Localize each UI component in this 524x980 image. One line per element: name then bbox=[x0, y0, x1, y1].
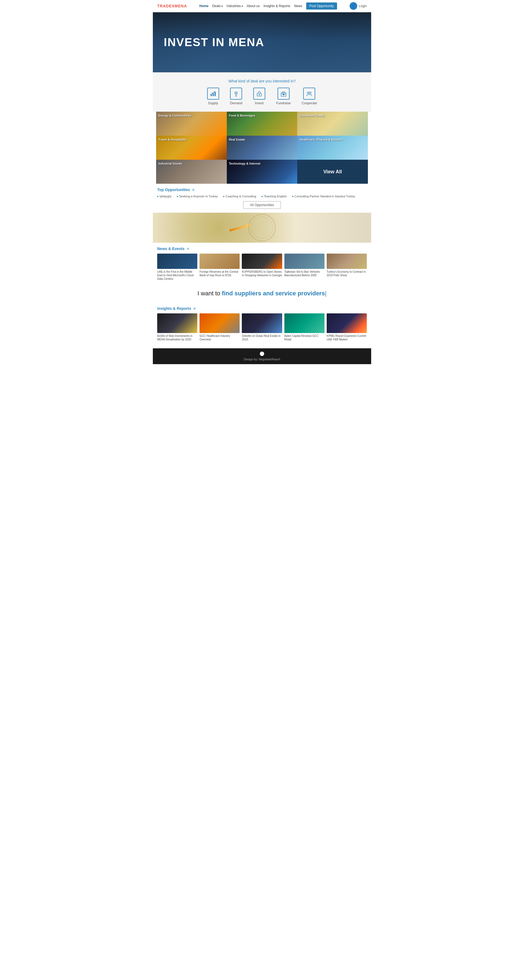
insight-card-0[interactable]: $100b of New Investments in MENA Desalin… bbox=[157, 313, 197, 341]
svg-rect-14 bbox=[283, 94, 284, 95]
opp-item-2[interactable]: Coaching & Consulting bbox=[223, 195, 256, 198]
news-img-4 bbox=[327, 254, 367, 269]
industry-consumer[interactable]: Consumer Goods bbox=[297, 111, 368, 136]
compass-visual bbox=[153, 213, 371, 243]
invest-label: Invest bbox=[255, 101, 264, 105]
nav-industries[interactable]: Industries bbox=[227, 4, 243, 8]
main-nav: Home Deals Industries About us Insights … bbox=[199, 2, 337, 10]
opp-item-1-label: Seeking a financier in Turkey bbox=[179, 195, 218, 198]
healthcare-label: Healthcare, Pharma & Biotech bbox=[299, 138, 342, 141]
opp-item-0[interactable]: kjhkjughj bbox=[157, 195, 171, 198]
insight-card-4[interactable]: KPMG Report Examines Current UAE F&B Mar… bbox=[327, 313, 367, 341]
nav-about[interactable]: About us bbox=[247, 4, 260, 8]
news-card-3[interactable]: Tajikistan Set to Ban Vehicles Manufactu… bbox=[284, 254, 324, 281]
opp-item-3[interactable]: Teaching English bbox=[262, 195, 287, 198]
insights-menu-icon: ≡ bbox=[193, 306, 195, 311]
insights-title: Insights & Reports bbox=[157, 306, 191, 311]
news-img-3 bbox=[284, 254, 324, 269]
fundraise-label: Fundraise bbox=[276, 101, 291, 105]
news-card-0[interactable]: UAE is the First in the Middle East to H… bbox=[157, 254, 197, 281]
realestate-label: Real Estate bbox=[229, 138, 245, 141]
svg-rect-2 bbox=[214, 92, 216, 96]
deal-type-supply[interactable]: Supply bbox=[207, 88, 219, 105]
news-img-1 bbox=[200, 254, 240, 269]
cooperate-label: Cooperate bbox=[302, 101, 317, 105]
insight-img-1 bbox=[200, 313, 240, 333]
opportunities-title-row: Top Opportunities ≡ bbox=[157, 188, 367, 192]
insights-cards-list: $100b of New Investments in MENA Desalin… bbox=[157, 313, 367, 341]
insight-img-4 bbox=[327, 313, 367, 333]
opportunities-title: Top Opportunities bbox=[157, 188, 190, 192]
industries-grid: Energy & Commodities Food & Beverages Co… bbox=[156, 111, 368, 184]
deal-type-demand[interactable]: Demand bbox=[230, 88, 242, 105]
news-title-row: News & Events ≡ bbox=[157, 247, 367, 251]
news-text-4: Turkey's Economy to Contract in 2019 Pol… bbox=[327, 270, 367, 277]
insight-text-1: GCC Healthcare Industry Overview bbox=[200, 334, 240, 341]
news-card-1[interactable]: Foreign Reserves at the Central Bank of … bbox=[200, 254, 240, 281]
svg-point-16 bbox=[310, 92, 311, 94]
opp-item-4[interactable]: Consulting Partner Needed in Istanbul Tu… bbox=[292, 195, 355, 198]
post-opportunity-button[interactable]: Post Opportunity bbox=[306, 2, 337, 10]
all-opportunities-button[interactable]: All Opportunities bbox=[243, 201, 281, 209]
industrial-label: Industrial Goods bbox=[158, 162, 182, 165]
industry-tech[interactable]: Technology & Internet bbox=[227, 160, 297, 184]
insight-img-3 bbox=[284, 313, 324, 333]
industry-realestate[interactable]: Real Estate bbox=[227, 136, 297, 160]
industry-travel[interactable]: Travel & Hospitality bbox=[156, 136, 227, 160]
industry-healthcare[interactable]: Healthcare, Pharma & Biotech bbox=[297, 136, 368, 160]
nav-deals[interactable]: Deals bbox=[212, 4, 223, 8]
supply-icon bbox=[207, 88, 219, 100]
news-card-2[interactable]: KUPPERSBERG to Open Stores in Shopping N… bbox=[242, 254, 282, 281]
news-card-4[interactable]: Turkey's Economy to Contract in 2019 Pol… bbox=[327, 254, 367, 281]
insight-text-3: Aplen Capital Reviews GCC Retail bbox=[284, 334, 324, 341]
news-img-0 bbox=[157, 254, 197, 269]
insight-text-2: Deloitte on Dubai Real Estate in 2019. bbox=[242, 334, 282, 341]
nav-home[interactable]: Home bbox=[199, 4, 208, 8]
insight-card-1[interactable]: GCC Healthcare Industry Overview bbox=[200, 313, 240, 341]
news-text-1: Foreign Reserves at the Central Bank of … bbox=[200, 270, 240, 277]
industry-industrial[interactable]: Industrial Goods bbox=[156, 160, 227, 184]
deal-type-cooperate[interactable]: Cooperate bbox=[302, 88, 317, 105]
insight-card-3[interactable]: Aplen Capital Reviews GCC Retail bbox=[284, 313, 324, 341]
insight-card-2[interactable]: Deloitte on Dubai Real Estate in 2019. bbox=[242, 313, 282, 341]
supply-label: Supply bbox=[208, 101, 218, 105]
insights-title-row: Insights & Reports ≡ bbox=[157, 306, 367, 311]
nav-news[interactable]: News bbox=[294, 4, 302, 8]
view-all-card[interactable]: View All bbox=[297, 160, 368, 184]
svg-point-15 bbox=[307, 92, 309, 94]
industry-food[interactable]: Food & Beverages bbox=[227, 111, 297, 136]
industry-energy[interactable]: Energy & Commodities bbox=[156, 111, 227, 136]
compass-inner-circle bbox=[251, 217, 273, 239]
iwantto-section: I want to find suppliers and service pro… bbox=[153, 285, 371, 302]
svg-point-11 bbox=[259, 94, 260, 95]
user-avatar-icon: 👤 bbox=[349, 2, 357, 10]
svg-point-5 bbox=[214, 91, 215, 92]
consumer-label: Consumer Goods bbox=[299, 114, 324, 117]
footer: Design by: NegotiateReach bbox=[153, 348, 371, 364]
news-img-2 bbox=[242, 254, 282, 269]
opp-item-2-label: Coaching & Consulting bbox=[226, 195, 256, 198]
deal-types-list: Supply Demand Invest bbox=[157, 88, 367, 105]
news-cards-list: UAE is the First in the Middle East to H… bbox=[157, 254, 367, 281]
opp-item-1[interactable]: Seeking a financier in Turkey bbox=[177, 195, 218, 198]
news-title: News & Events bbox=[157, 247, 184, 251]
opp-item-0-label: kjhkjughj bbox=[160, 195, 171, 198]
cooperate-icon bbox=[303, 88, 315, 100]
nav-insights[interactable]: Insights & Reports bbox=[264, 4, 290, 8]
login-area: 👤 Login bbox=[349, 2, 367, 10]
iwantto-cursor: | bbox=[325, 290, 327, 297]
svg-point-3 bbox=[210, 94, 211, 95]
tech-label: Technology & Internet bbox=[229, 162, 260, 165]
deal-type-invest[interactable]: Invest bbox=[253, 88, 265, 105]
food-label: Food & Beverages bbox=[229, 114, 256, 117]
insight-text-4: KPMG Report Examines Current UAE F&B Mar… bbox=[327, 334, 367, 341]
iwantto-prefix: I want to bbox=[198, 290, 222, 297]
deal-type-fundraise[interactable]: Fundraise bbox=[276, 88, 291, 105]
insight-text-0: $100b of New Investments in MENA Desalin… bbox=[157, 334, 197, 341]
footer-credit: Design by: NegotiateReach bbox=[244, 358, 280, 361]
news-section: News & Events ≡ UAE is the First in the … bbox=[153, 243, 371, 285]
hero-banner: INVEST IN MENA bbox=[153, 12, 371, 72]
compass-arrow bbox=[229, 222, 251, 233]
compass-banner bbox=[153, 213, 371, 243]
login-label[interactable]: Login bbox=[359, 4, 367, 8]
